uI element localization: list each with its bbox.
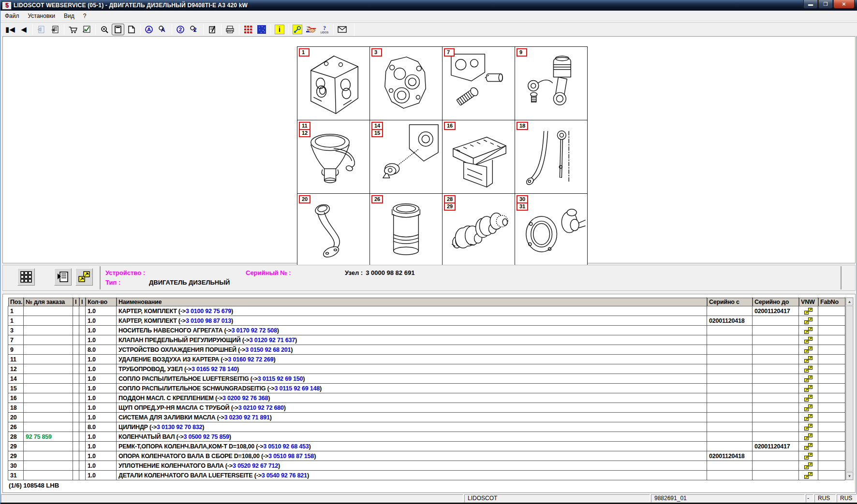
part-number-link[interactable]: 3 0230 92 71 891: [224, 414, 270, 421]
table-row[interactable]: 181.0ЩУП ОПРЕД.УР-НЯ МАСЛА С ТРУБОЙ (->3…: [8, 403, 845, 413]
vnw-link-icon[interactable]: ↗↗: [804, 443, 813, 450]
cell-vnw[interactable]: ↗↗: [799, 335, 818, 345]
cell-vnw[interactable]: ↗↗: [799, 451, 818, 461]
header-serial-from[interactable]: Серийно с: [707, 298, 753, 306]
part-number-link[interactable]: 3 0160 92 72 269: [228, 356, 273, 363]
header-pos[interactable]: Поз.: [8, 298, 24, 306]
part-number-link[interactable]: 3 0130 92 70 832: [157, 424, 202, 431]
header-fabno[interactable]: FabNo: [818, 298, 845, 306]
header-vnw[interactable]: VNW: [799, 298, 818, 306]
search-letter-icon[interactable]: A: [143, 24, 156, 35]
part-number-link[interactable]: 3 0540 92 76 821: [262, 472, 307, 479]
page-preview-icon[interactable]: [112, 24, 124, 35]
print-icon[interactable]: [224, 24, 236, 35]
part-number-link[interactable]: 3 0200 92 76 368: [222, 395, 268, 402]
cell-vnw[interactable]: ↗↗: [799, 345, 818, 355]
minimize-button[interactable]: ▬: [803, 0, 818, 9]
table-row[interactable]: 2892 75 8591.0КОЛЕНЧАТЫЙ ВАЛ (->3 0500 9…: [8, 432, 845, 442]
header-order-number[interactable]: № для заказа: [24, 298, 73, 306]
previous-record-icon[interactable]: ◀: [17, 24, 30, 35]
close-button[interactable]: ✕: [833, 0, 855, 9]
table-row[interactable]: 311.0ДЕТАЛИ КОЛЕНЧАТОГО ВАЛА LUEFTERSEIT…: [8, 471, 845, 480]
table-row[interactable]: 71.0КЛАПАН ПРЕДЕЛЬНЫЙ РЕГУЛИРУЮЩИЙ (->3 …: [8, 335, 845, 345]
cell-vnw[interactable]: ↗↗: [799, 471, 818, 480]
header-flag1[interactable]: I: [73, 298, 79, 306]
part-number-link[interactable]: 3 0510 92 68 453: [263, 443, 309, 450]
cell-vnw[interactable]: ↗↗: [799, 461, 818, 471]
search-number-alt-icon[interactable]: 2: [188, 24, 201, 35]
cell-vnw[interactable]: ↗↗: [799, 355, 818, 364]
copy-document-icon[interactable]: [49, 24, 61, 35]
part-number-link[interactable]: 3 0210 92 72 680: [238, 404, 284, 411]
header-name[interactable]: Наименование: [117, 298, 707, 306]
cell-vnw[interactable]: ↗↗: [799, 442, 818, 451]
vnw-link-icon[interactable]: ↗↗: [804, 395, 813, 402]
table-row[interactable]: 301.0УПЛОТНЕНИЕ КОЛЕНЧАТОГО ВАЛА (->3 05…: [8, 461, 845, 471]
diagram-cell-7[interactable]: 7: [443, 47, 515, 120]
table-row[interactable]: 268.0ЦИЛИНДР (->3 0130 92 70 832)↗↗: [8, 422, 845, 432]
table-scrollbar[interactable]: ▲ ▼: [845, 297, 854, 480]
search-number-icon[interactable]: 2: [175, 24, 187, 35]
part-number-link[interactable]: 3 0500 92 75 859: [184, 433, 229, 440]
cell-vnw[interactable]: ↗↗: [799, 432, 818, 442]
vnw-link-icon[interactable]: ↗↗: [804, 337, 813, 344]
cell-vnw[interactable]: ↗↗: [799, 384, 818, 393]
part-number-link[interactable]: 3 0120 92 71 637: [250, 337, 295, 344]
cell-vnw[interactable]: ↗↗: [799, 316, 818, 326]
menu-view[interactable]: Вид: [59, 12, 79, 20]
zoom-in-icon[interactable]: [98, 24, 111, 35]
part-number-link[interactable]: 3 0165 92 78 140: [192, 366, 237, 373]
cell-vnw[interactable]: ↗↗: [799, 326, 818, 335]
lidos-help-icon[interactable]: ?LIDOS: [318, 24, 331, 35]
search-letter-alt-icon[interactable]: A: [157, 24, 169, 35]
scrollbar-thumb[interactable]: [846, 306, 853, 472]
info-icon[interactable]: i: [273, 24, 286, 35]
part-number-link[interactable]: 3 0115 92 69 148: [275, 385, 320, 392]
table-row[interactable]: 291.0РЕМК-Т,ОПОРА КОЛЕНЧ.ВАЛА,КОМ-Т D=10…: [8, 442, 845, 451]
part-number-link[interactable]: 3 0100 98 87 013: [186, 317, 231, 324]
cell-vnw[interactable]: ↗↗: [799, 364, 818, 374]
cell-vnw[interactable]: ↗↗: [799, 403, 818, 413]
vnw-link-icon[interactable]: ↗↗: [804, 424, 813, 431]
cart-check-icon[interactable]: [80, 24, 93, 35]
table-row[interactable]: 161.0ПОДДОН МАСЛ. С КРЕПЛЕНИЕМ (->3 0200…: [8, 393, 845, 403]
table-row[interactable]: 111.0УДАЛЕНИЕ ВОЗДУХА ИЗ КАРТЕРА (->3 01…: [8, 355, 845, 364]
table-row[interactable]: 141.0СОПЛО РАСПЫЛИТЕЛЬНОЕ LUEFTERSEITIG …: [8, 374, 845, 384]
page-layout-icon[interactable]: [125, 24, 138, 35]
scroll-up-icon[interactable]: ▲: [846, 298, 853, 305]
vnw-link-icon[interactable]: ↗↗: [804, 414, 813, 421]
diagram-cell-11-12[interactable]: 1112: [297, 120, 370, 194]
vnw-link-icon[interactable]: ↗↗: [804, 404, 813, 411]
service-tools-icon[interactable]: [291, 24, 304, 35]
vnw-link-icon[interactable]: ↗↗: [804, 472, 813, 479]
part-number-link[interactable]: 3 0115 92 69 150: [258, 375, 303, 382]
vnw-link-icon[interactable]: ↗↗: [804, 385, 813, 392]
diagram-cell-16[interactable]: 16: [443, 120, 515, 194]
vnw-link-icon[interactable]: ↗↗: [804, 346, 813, 353]
diagram-cell-28-29[interactable]: 2829: [443, 194, 515, 267]
edit-note-icon[interactable]: [206, 24, 219, 35]
header-flag2[interactable]: I: [79, 298, 86, 306]
part-number-link[interactable]: 3 0100 92 75 679: [186, 308, 231, 315]
part-number-link[interactable]: 3 0520 92 67 712: [233, 462, 278, 469]
link-jump-button[interactable]: [75, 268, 93, 286]
thumbnails-grid-button[interactable]: [17, 268, 35, 286]
vnw-link-icon[interactable]: ↗↗: [804, 453, 813, 460]
cart-icon[interactable]: [67, 24, 79, 35]
vnw-link-icon[interactable]: ↗↗: [804, 317, 813, 324]
diagram-cell-20[interactable]: 20: [297, 194, 370, 267]
table-row[interactable]: 201.0СИСТЕМА ДЛЯ ЗАЛИВКИ МАСЛА (->3 0230…: [8, 413, 845, 422]
scroll-down-icon[interactable]: ▼: [846, 472, 853, 480]
mail-icon[interactable]: [336, 24, 349, 35]
vnw-link-icon[interactable]: ↗↗: [804, 308, 813, 315]
handshake-icon[interactable]: [305, 24, 317, 35]
header-quantity[interactable]: Кол-во: [86, 298, 117, 306]
vnw-link-icon[interactable]: ↗↗: [804, 433, 813, 440]
diagram-cell-30-31[interactable]: 3031: [515, 194, 588, 267]
diagram-cell-3[interactable]: 3: [370, 47, 443, 120]
copy-document-disabled-icon[interactable]: [35, 24, 48, 35]
diagram-cell-1[interactable]: 1: [297, 47, 370, 120]
table-row[interactable]: 11.0КАРТЕР, КОМПЛЕКТ (->3 0100 92 75 679…: [8, 306, 845, 316]
vnw-link-icon[interactable]: ↗↗: [804, 366, 813, 373]
table-row[interactable]: 98.0УСТРОЙСТВО ОХЛАЖДЕНИЯ ПОРШНЕЙ (->3 0…: [8, 345, 845, 355]
